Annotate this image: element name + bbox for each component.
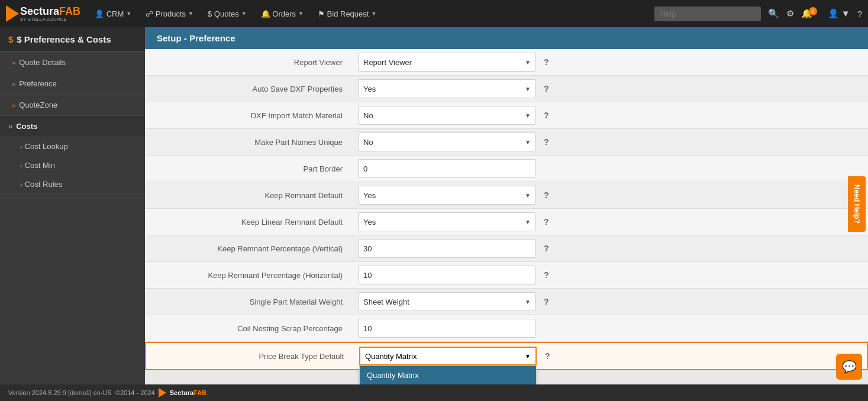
form-label-keep-linear-remnant: Keep Linear Remnant Default bbox=[145, 213, 352, 231]
select-dxf-import[interactable]: NoYes bbox=[358, 106, 535, 125]
form-control-report-viewer: Report Viewer ▼ ? bbox=[352, 49, 868, 75]
input-part-border[interactable] bbox=[358, 159, 535, 178]
chevron-right-icon: » bbox=[12, 102, 15, 109]
form-label-report-viewer: Report Viewer bbox=[145, 53, 352, 72]
footer-version: Version 2024.8.29.9 [demo1] en-US bbox=[8, 389, 112, 396]
footer: Version 2024.8.29.9 [demo1] en-US ©2014 … bbox=[0, 384, 868, 401]
form-label-remnant-horiz: Keep Remnant Percentage (Horizontal) bbox=[145, 266, 352, 284]
help-button-remnant-horiz[interactable]: ? bbox=[540, 269, 553, 281]
form-control-price-break-type: Quantity Matrix ▼ Quantity Matrix Line I… bbox=[353, 343, 867, 369]
select-keep-remnant[interactable]: YesNo bbox=[358, 186, 535, 205]
page-header: Setup - Preference bbox=[145, 27, 868, 49]
form-control-part-border bbox=[352, 156, 868, 182]
page-title: Setup - Preference bbox=[157, 33, 235, 43]
select-keep-linear-remnant[interactable]: YesNo bbox=[358, 212, 535, 231]
notification-badge: 0 bbox=[809, 7, 817, 15]
select-make-part-names[interactable]: NoYes bbox=[358, 132, 535, 151]
select-container-price-break-type: Quantity Matrix ▼ Quantity Matrix Line I… bbox=[359, 347, 537, 366]
dollar-icon: $ bbox=[8, 34, 13, 44]
sidebar-section-costs[interactable]: » Costs bbox=[0, 116, 145, 137]
sidebar-title: $ Preferences & Costs bbox=[17, 34, 111, 44]
footer-brand: SecturaFAB bbox=[170, 389, 206, 396]
sidebar-sub-label: Cost Lookup bbox=[25, 142, 68, 151]
sidebar-item-label: QuoteZone bbox=[19, 101, 57, 109]
logo-text: SecturaFAB BY STELLA SOURCE bbox=[20, 6, 80, 22]
sidebar-item-quote-details[interactable]: » Quote Details bbox=[0, 52, 145, 73]
chevron-down-icon: ▼ bbox=[188, 11, 193, 17]
user-icon[interactable]: 👤 ▼ bbox=[828, 8, 850, 19]
form-label-auto-save-dxf: Auto Save DXF Properties bbox=[145, 80, 352, 98]
select-report-viewer[interactable]: Report Viewer bbox=[358, 53, 535, 72]
form-control-remnant-vert: ? bbox=[352, 235, 868, 261]
form-control-auto-save-dxf: YesNo ▼ ? bbox=[352, 76, 868, 102]
input-coil-nesting-scrap[interactable] bbox=[358, 319, 535, 338]
help-button-make-part-names[interactable]: ? bbox=[540, 136, 553, 148]
nav-orders[interactable]: 🔔 Orders ▼ bbox=[255, 0, 309, 27]
chat-button[interactable]: 💬 bbox=[836, 354, 862, 380]
chat-icon: 💬 bbox=[842, 360, 857, 374]
sidebar-sub-cost-min[interactable]: › Cost Min bbox=[0, 156, 145, 175]
gear-icon[interactable]: ⚙ bbox=[786, 8, 794, 19]
search-icon[interactable]: 🔍 bbox=[768, 8, 779, 19]
help-button-auto-save-dxf[interactable]: ? bbox=[540, 83, 553, 95]
help-button-dxf-import[interactable]: ? bbox=[540, 109, 553, 121]
help-button-price-break-type[interactable]: ? bbox=[541, 350, 554, 362]
search-input[interactable] bbox=[654, 7, 761, 21]
help-button-keep-remnant[interactable]: ? bbox=[540, 189, 553, 201]
form-label-dxf-import: DXF Import Match Material bbox=[145, 106, 352, 125]
need-help-tab[interactable]: Need Help? bbox=[848, 176, 866, 232]
form-control-make-part-names: NoYes ▼ ? bbox=[352, 129, 868, 155]
logo-triangle-icon bbox=[6, 5, 19, 22]
arrow-icon: › bbox=[20, 143, 22, 150]
help-icon[interactable]: ? bbox=[857, 9, 862, 19]
logo[interactable]: SecturaFAB BY STELLA SOURCE bbox=[6, 5, 80, 22]
help-button-report-viewer[interactable]: ? bbox=[540, 56, 553, 68]
sidebar-item-preference[interactable]: » Preference bbox=[0, 73, 145, 95]
form-row-part-border: Part Border bbox=[145, 156, 868, 182]
nav-orders-label: 🔔 Orders bbox=[261, 9, 296, 18]
help-button-keep-linear-remnant[interactable]: ? bbox=[540, 216, 553, 228]
form-area: Report Viewer Report Viewer ▼ ? Auto Sav… bbox=[145, 49, 868, 401]
select-single-part-weight[interactable]: Sheet WeightPart Weight bbox=[358, 292, 535, 311]
sidebar-item-quotezone[interactable]: » QuoteZone bbox=[0, 95, 145, 116]
sidebar-header: $ $ Preferences & Costs bbox=[0, 27, 145, 52]
form-row-report-viewer: Report Viewer Report Viewer ▼ ? bbox=[145, 49, 868, 76]
input-remnant-vert[interactable] bbox=[358, 239, 535, 258]
main-content: Setup - Preference Report Viewer Report … bbox=[145, 27, 868, 401]
sidebar-item-label: Preference bbox=[19, 79, 57, 88]
form-control-dxf-import: NoYes ▼ ? bbox=[352, 102, 868, 128]
top-navigation: SecturaFAB BY STELLA SOURCE 👤 CRM ▼ ☍ Pr… bbox=[0, 0, 868, 27]
chevron-down-icon: ▼ bbox=[371, 11, 376, 17]
sidebar-sub-cost-rules[interactable]: › Cost Rules bbox=[0, 175, 145, 194]
sidebar-sub-cost-lookup[interactable]: › Cost Lookup bbox=[0, 137, 145, 156]
chevron-down-icon: ▼ bbox=[241, 11, 247, 17]
nav-quotes[interactable]: $ Quotes ▼ bbox=[202, 0, 253, 27]
bell-icon[interactable]: 🔔0 bbox=[801, 8, 821, 19]
nav-icons: 🔍 ⚙ 🔔0 👤 ▼ ? bbox=[768, 8, 862, 19]
sidebar: $ $ Preferences & Costs » Quote Details … bbox=[0, 27, 145, 401]
nav-bid-request-label: ⚑ Bid Request bbox=[318, 9, 369, 18]
nav-bid-request[interactable]: ⚑ Bid Request ▼ bbox=[312, 0, 382, 27]
form-label-price-break-type: Price Break Type Default bbox=[146, 347, 353, 366]
chevron-down-icon: ▼ bbox=[126, 11, 131, 17]
help-button-single-part-weight[interactable]: ? bbox=[540, 296, 553, 308]
form-label-single-part-weight: Single Part Material Weight bbox=[145, 293, 352, 311]
nav-products[interactable]: ☍ Products ▼ bbox=[140, 0, 199, 27]
select-wrap-single-part-weight: Sheet WeightPart Weight ▼ bbox=[358, 292, 535, 311]
form-control-coil-nesting-scrap bbox=[352, 315, 868, 341]
select-price-break-type[interactable]: Quantity Matrix ▼ bbox=[359, 347, 537, 366]
dropdown-option-quantity-matrix[interactable]: Quantity Matrix bbox=[360, 366, 536, 384]
nav-products-label: ☍ Products bbox=[146, 9, 186, 18]
select-auto-save-dxf[interactable]: YesNo bbox=[358, 79, 535, 98]
input-remnant-horiz[interactable] bbox=[358, 266, 535, 284]
form-control-keep-linear-remnant: YesNo ▼ ? bbox=[352, 209, 868, 235]
help-button-remnant-vert[interactable]: ? bbox=[540, 242, 553, 254]
chevron-right-icon: » bbox=[8, 122, 12, 131]
form-row-price-break-type: 1 Price Break Type Default Quantity Matr… bbox=[145, 342, 868, 370]
form-row-make-part-names: Make Part Names Unique NoYes ▼ ? bbox=[145, 129, 868, 156]
nav-crm[interactable]: 👤 CRM ▼ bbox=[89, 0, 137, 27]
form-label-remnant-vert: Keep Remnant Percentage (Vertical) bbox=[145, 240, 352, 258]
sidebar-sub-label: Cost Min bbox=[25, 161, 55, 170]
form-row-single-part-weight: Single Part Material Weight Sheet Weight… bbox=[145, 289, 868, 315]
sidebar-item-label: Quote Details bbox=[19, 58, 66, 67]
